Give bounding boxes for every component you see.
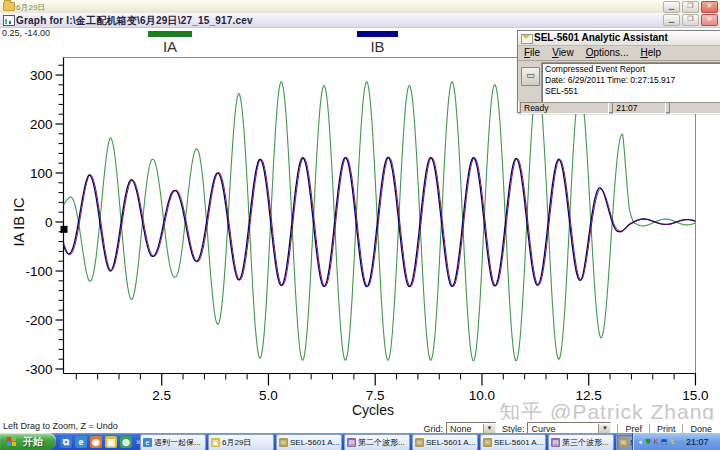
start-button[interactable]: 开始 (0, 433, 56, 450)
svg-text:200: 200 (30, 117, 53, 132)
restore-icon[interactable]: ❐ (682, 14, 699, 26)
legend-swatch-ia (148, 31, 192, 37)
grid-label: Grid: (423, 424, 443, 434)
taskbar-button-waveform-doc[interactable]: ▤第三个波形... (548, 434, 614, 450)
taskbar-button-sel[interactable]: ✉SEL-5601 A... (412, 434, 478, 450)
done-button[interactable]: Done (682, 424, 719, 434)
pref-button[interactable]: Pref (617, 424, 649, 434)
assistant-title: SEL-5601 Analytic Assistant (534, 32, 668, 43)
menu-item-file[interactable]: File (524, 47, 540, 60)
assistant-status-text: Ready (520, 102, 609, 114)
sel-icon: ✉ (483, 438, 492, 447)
svg-text:0: 0 (45, 215, 53, 230)
graph-window-title: Graph for I:\金工配机箱变\6月29日\27_15_917.cev (16, 14, 253, 28)
assistant-menubar: FileViewOptions...Help (518, 46, 720, 61)
menu-item-options[interactable]: Options... (586, 47, 629, 60)
task-label: SEL-5601 A... (494, 438, 543, 447)
chevron-down-icon[interactable]: ▼ (598, 424, 610, 433)
taskbar-button-sel[interactable]: ✉SEL-5601 A... (276, 434, 342, 450)
taskbar-button-folder[interactable]: ▣6月29日 (208, 434, 274, 450)
report-line: Date: 6/29/2011 Time: 0:27:15.917 (545, 75, 720, 86)
x-axis-label: Cycles (340, 402, 406, 418)
svg-text:300: 300 (30, 68, 53, 83)
taskbar-clock: 21:07 (686, 437, 709, 447)
folder-icon: ▣ (211, 438, 220, 447)
cursor-coordinate-readout: 0.25, -14.00 (2, 28, 50, 38)
menu-item-help[interactable]: Help (640, 47, 661, 60)
graph-window-titlebar[interactable]: Graph for I:\金工配机箱变\6月29日\27_15_917.cev … (0, 13, 720, 28)
y-axis-ticks: 3002001000-100-200-300 (25, 65, 63, 377)
svg-text:2.5: 2.5 (152, 388, 171, 403)
assistant-statusbar: Ready 21:07 (518, 101, 720, 115)
folder-icon (3, 2, 15, 11)
volume-icon[interactable]: ◂ (636, 433, 644, 450)
legend-label-ia: IA (148, 38, 192, 55)
series-IB (64, 157, 696, 286)
graph-app-icon (3, 15, 15, 26)
style-value: Curve (528, 424, 598, 434)
assistant-window: SEL-5601 Analytic Assistant FileViewOpti… (517, 30, 720, 113)
sel-icon: ✉ (415, 438, 424, 447)
messenger-icon[interactable]: ◍ (120, 436, 132, 448)
menu-item-view[interactable]: View (552, 47, 574, 60)
ie-icon: e (143, 438, 152, 447)
update-icon[interactable]: ↯ (668, 433, 676, 450)
assistant-titlebar[interactable]: SEL-5601 Analytic Assistant (518, 31, 720, 46)
svg-text:-200: -200 (25, 313, 52, 328)
svg-text:100: 100 (30, 166, 53, 181)
taskbar-button-sel[interactable]: ✉SEL-5601 A... (480, 434, 546, 450)
taskbar-button-waveform-doc[interactable]: ▤第二个波形... (344, 434, 410, 450)
assistant-status-time: 21:07 (612, 102, 666, 114)
waveforms (64, 82, 696, 361)
event-report-icon-button[interactable]: ▭ (521, 67, 540, 86)
ie-icon[interactable]: e (75, 436, 87, 448)
task-label: 遇到一起保... (154, 437, 201, 448)
svg-text:10.0: 10.0 (469, 388, 495, 403)
close-icon[interactable]: ✕ (701, 1, 718, 13)
background-window-title: 6月29日 (16, 2, 45, 13)
series-IA (64, 82, 696, 361)
task-button-list: e遇到一起保...▣6月29日✉SEL-5601 A...▤第二个波形...✉S… (140, 434, 682, 449)
cursor-marker[interactable] (61, 226, 68, 233)
task-label: 第二个波形... (358, 437, 405, 448)
task-label: 6月29日 (222, 437, 251, 448)
chevron-down-icon[interactable]: ▼ (483, 424, 495, 433)
start-label: 开始 (23, 436, 43, 447)
taskbar-button-ie[interactable]: e遇到一起保... (140, 434, 206, 450)
series-IC (64, 157, 696, 286)
event-report-summary[interactable]: Compressed Event Report Date: 6/29/2011 … (541, 62, 720, 103)
media-player-icon[interactable]: ◉ (90, 436, 102, 448)
show-desktop-icon[interactable]: ⧉ (60, 436, 72, 448)
report-line: Compressed Event Report (545, 64, 720, 75)
waveform-doc-icon: ▤ (347, 438, 356, 447)
task-label: SEL-5601 A... (426, 438, 475, 447)
sync-icon[interactable]: ◌ (676, 433, 684, 450)
taskbar: 开始 ⧉e◉▣◍» e遇到一起保...▣6月29日✉SEL-5601 A...▤… (0, 433, 720, 450)
style-label: Style: (502, 424, 525, 434)
minimize-icon[interactable]: ▁ (663, 1, 680, 13)
svg-text:5.0: 5.0 (259, 388, 278, 403)
y-axis-label: IA IB IC (11, 162, 27, 282)
background-window-titlebar[interactable]: 6月29日 ▁ ❐ ✕ (0, 0, 720, 14)
grid-value: None (447, 424, 483, 434)
system-tray: ◂⛊K⬒↯◌21:07 (632, 433, 720, 450)
svg-text:-100: -100 (25, 264, 52, 279)
envelope-icon (521, 34, 533, 44)
windows-flag-icon (7, 437, 11, 441)
screen: 3002001000-100-200-3002.55.07.510.012.51… (0, 0, 720, 450)
svg-text:-300: -300 (25, 362, 52, 377)
kingsoft-icon[interactable]: K (652, 433, 660, 450)
sel-icon: ✉ (619, 438, 628, 447)
minimize-icon[interactable]: ▁ (663, 14, 680, 26)
close-icon[interactable]: ✕ (701, 14, 718, 26)
waveform-doc-icon: ▤ (551, 438, 560, 447)
print-button[interactable]: Print (649, 424, 683, 434)
network-icon[interactable]: ⬒ (660, 433, 668, 450)
restore-icon[interactable]: ❐ (682, 1, 699, 13)
report-line: SEL-551 (545, 86, 720, 97)
sel-icon: ✉ (279, 438, 288, 447)
assistant-status-spacer (669, 102, 720, 114)
shield-icon[interactable]: ⛊ (644, 433, 652, 450)
folder-icon[interactable]: ▣ (105, 436, 117, 448)
task-label: 第三个波形... (562, 437, 609, 448)
